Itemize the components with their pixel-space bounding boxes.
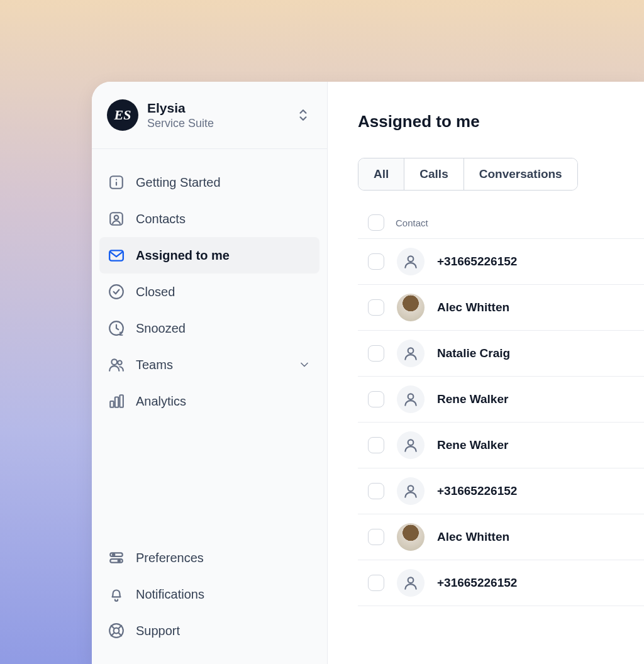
row-checkbox[interactable] [368, 529, 384, 545]
svg-point-9 [118, 361, 122, 365]
sidebar-item-support[interactable]: Support [99, 612, 319, 649]
avatar-generic [397, 340, 425, 367]
sidebar-item-label: Support [136, 624, 180, 638]
sidebar-item-label: Preferences [136, 551, 204, 565]
table-row[interactable]: +31665226152 [358, 468, 644, 514]
tab-calls[interactable]: Calls [404, 158, 463, 190]
table-row[interactable]: Alec Whitten [358, 514, 644, 560]
row-checkbox[interactable] [368, 437, 384, 453]
sidebar-item-getting-started[interactable]: Getting Started [99, 164, 319, 201]
table-row[interactable]: Rene Walker [358, 423, 644, 468]
contact-name: Rene Walker [437, 392, 508, 406]
table-row[interactable]: Natalie Craig [358, 331, 644, 377]
user-square-icon [108, 211, 125, 227]
avatar-generic [397, 431, 425, 459]
svg-point-8 [111, 359, 117, 365]
filter-tabs: All Calls Conversations [358, 158, 578, 191]
avatar-photo [397, 523, 425, 551]
workspace-subtitle: Service Suite [147, 117, 286, 130]
clock-snooze-icon [108, 320, 125, 336]
table-row[interactable]: +31665226152 [358, 560, 644, 606]
table-row[interactable]: +31665226152 [358, 239, 644, 285]
svg-point-6 [109, 285, 123, 299]
sidebar-item-analytics[interactable]: Analytics [99, 383, 319, 419]
sidebar-item-label: Closed [136, 285, 175, 299]
bar-chart-icon [108, 393, 125, 409]
contact-name: +31665226152 [437, 255, 517, 268]
nav-main: Getting Started Contacts Assigned to me … [92, 149, 327, 419]
chevron-up-down-icon [294, 105, 312, 125]
contact-name: +31665226152 [437, 484, 517, 498]
avatar-generic [397, 569, 425, 597]
table-header-row: Contact [358, 207, 644, 239]
table-row[interactable]: Rene Walker [358, 377, 644, 423]
workspace-name: Elysia [147, 101, 286, 116]
sidebar-item-label: Analytics [136, 394, 186, 409]
page-title: Assigned to me [358, 112, 644, 131]
contact-name: Natalie Craig [437, 346, 510, 360]
svg-line-21 [118, 626, 121, 629]
user-icon [402, 391, 419, 407]
row-checkbox[interactable] [368, 575, 384, 591]
contact-name: +31665226152 [437, 576, 517, 590]
svg-point-23 [408, 256, 414, 262]
svg-line-20 [118, 633, 121, 636]
user-icon [402, 483, 419, 499]
sidebar-item-preferences[interactable]: Preferences [99, 540, 319, 576]
user-icon [402, 437, 419, 453]
contact-name: Rene Walker [437, 438, 508, 452]
check-circle-icon [108, 284, 125, 300]
contact-table-body: +31665226152Alec WhittenNatalie CraigRen… [358, 239, 644, 606]
svg-point-4 [114, 216, 119, 220]
svg-rect-10 [110, 401, 113, 407]
row-checkbox[interactable] [368, 345, 384, 362]
svg-point-27 [408, 485, 414, 491]
workspace-switcher[interactable]: ES Elysia Service Suite [92, 82, 327, 149]
avatar-generic [397, 477, 425, 505]
table-row[interactable]: Alec Whitten [358, 285, 644, 331]
main-content: Assigned to me All Calls Conversations C… [328, 82, 644, 664]
workspace-meta: Elysia Service Suite [147, 101, 286, 130]
svg-point-16 [118, 560, 120, 562]
tab-conversations[interactable]: Conversations [464, 158, 577, 190]
row-checkbox[interactable] [368, 483, 384, 499]
tab-all[interactable]: All [358, 158, 404, 190]
sidebar-item-assigned-to-me[interactable]: Assigned to me [99, 237, 319, 274]
bell-icon [108, 586, 125, 602]
chevron-down-icon [298, 358, 311, 371]
sidebar-item-contacts[interactable]: Contacts [99, 201, 319, 237]
sidebar-item-label: Snoozed [136, 321, 186, 336]
sidebar: ES Elysia Service Suite Getting Started [92, 82, 328, 664]
lifebuoy-icon [108, 622, 125, 639]
user-icon [402, 253, 419, 270]
avatar-generic [397, 248, 425, 275]
select-all-checkbox[interactable] [368, 214, 384, 231]
sidebar-item-label: Notifications [136, 587, 204, 602]
column-header-contact: Contact [396, 218, 428, 228]
svg-rect-11 [115, 397, 118, 407]
sidebar-item-label: Getting Started [136, 175, 221, 190]
svg-point-15 [113, 554, 114, 556]
svg-point-26 [408, 440, 414, 445]
row-checkbox[interactable] [368, 253, 384, 270]
sidebar-item-teams[interactable]: Teams [99, 346, 319, 383]
svg-line-19 [111, 626, 114, 629]
workspace-logo: ES [107, 99, 138, 131]
mail-icon [108, 247, 125, 263]
sidebar-item-label: Teams [136, 358, 173, 372]
svg-point-24 [408, 348, 414, 353]
svg-rect-12 [119, 395, 123, 407]
svg-point-28 [408, 577, 414, 583]
sidebar-item-notifications[interactable]: Notifications [99, 576, 319, 612]
sidebar-item-label: Contacts [136, 212, 186, 226]
info-icon [108, 174, 125, 191]
sliders-icon [108, 550, 125, 566]
nav-bottom: Preferences Notifications Support [92, 540, 327, 664]
contact-name: Alec Whitten [437, 530, 509, 544]
sidebar-item-closed[interactable]: Closed [99, 274, 319, 310]
svg-point-25 [408, 394, 414, 399]
sidebar-item-snoozed[interactable]: Snoozed [99, 310, 319, 346]
row-checkbox[interactable] [368, 299, 384, 316]
svg-line-22 [111, 633, 114, 636]
row-checkbox[interactable] [368, 391, 384, 407]
